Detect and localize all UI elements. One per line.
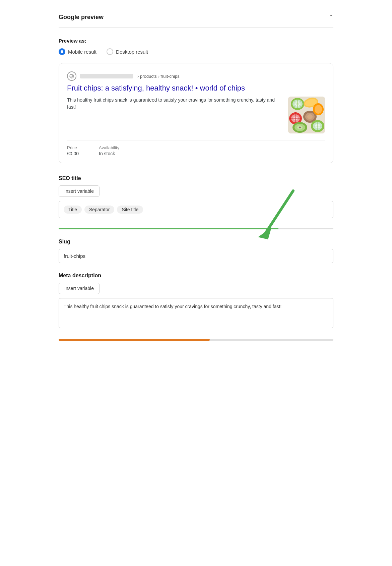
tag-separator: Separator [84, 206, 114, 214]
meta-description-progress-fill [59, 339, 210, 341]
seo-title-section: SEO title Insert variable Title Separato… [59, 175, 333, 218]
seo-insert-variable-button[interactable]: Insert variable [59, 185, 100, 197]
meta-description-section: Meta description Insert variable This he… [59, 273, 333, 330]
slug-label: Slug [59, 239, 333, 245]
desktop-radio[interactable] [107, 48, 113, 55]
seo-title-progress-fill [59, 228, 278, 229]
collapse-icon[interactable]: ⌃ [328, 13, 333, 21]
preview-image [288, 97, 325, 133]
slug-section: Slug [59, 239, 333, 263]
price-value: €0.00 [67, 151, 79, 156]
meta-insert-variable-button[interactable]: Insert variable [59, 283, 100, 294]
url-bar-placeholder [80, 74, 133, 78]
availability-value: In stock [99, 151, 119, 156]
seo-title-progress-bar [59, 228, 333, 229]
slug-input[interactable] [59, 249, 333, 263]
tag-site-title: Site title [117, 206, 143, 214]
preview-description: This healthy fruit chips snack is guaran… [67, 97, 283, 133]
tag-title: Title [64, 206, 82, 214]
google-preview-section-header: Google preview ⌃ [59, 13, 333, 28]
preview-title: Fruit chips: a satisfying, healthy snack… [67, 83, 325, 93]
svg-point-19 [307, 114, 313, 119]
mobile-result-label: Mobile result [68, 49, 96, 55]
section-title: Google preview [59, 14, 104, 21]
svg-point-30 [315, 105, 322, 114]
availability-group: Availability In stock [99, 145, 119, 156]
desktop-result-option[interactable]: Desktop result [107, 48, 148, 55]
price-group: Price €0.00 [67, 145, 79, 156]
globe-icon [67, 71, 76, 81]
url-path: › products › fruit-chips [137, 74, 180, 79]
preview-content-row: This healthy fruit chips snack is guaran… [67, 97, 325, 133]
google-preview-card: › products › fruit-chips Fruit chips: a … [59, 63, 333, 163]
availability-label: Availability [99, 145, 119, 150]
seo-title-input[interactable]: Title Separator Site title [59, 201, 333, 218]
seo-title-label: SEO title [59, 175, 333, 181]
svg-point-23 [299, 126, 301, 128]
desktop-result-label: Desktop result [116, 49, 148, 55]
price-label: Price [67, 145, 79, 150]
preview-as-label: Preview as: [59, 38, 333, 44]
meta-description-progress-bar [59, 339, 333, 341]
mobile-result-option[interactable]: Mobile result [59, 48, 96, 55]
meta-description-input[interactable]: This healthy fruit chips snack is guaran… [59, 298, 333, 328]
preview-meta: Price €0.00 Availability In stock [67, 140, 325, 156]
mobile-radio[interactable] [59, 48, 65, 55]
meta-description-label: Meta description [59, 273, 333, 279]
svg-marker-32 [258, 228, 271, 239]
preview-url-row: › products › fruit-chips [67, 71, 325, 81]
preview-as-group: Mobile result Desktop result [59, 48, 333, 55]
seo-title-progress-wrapper [59, 228, 333, 229]
